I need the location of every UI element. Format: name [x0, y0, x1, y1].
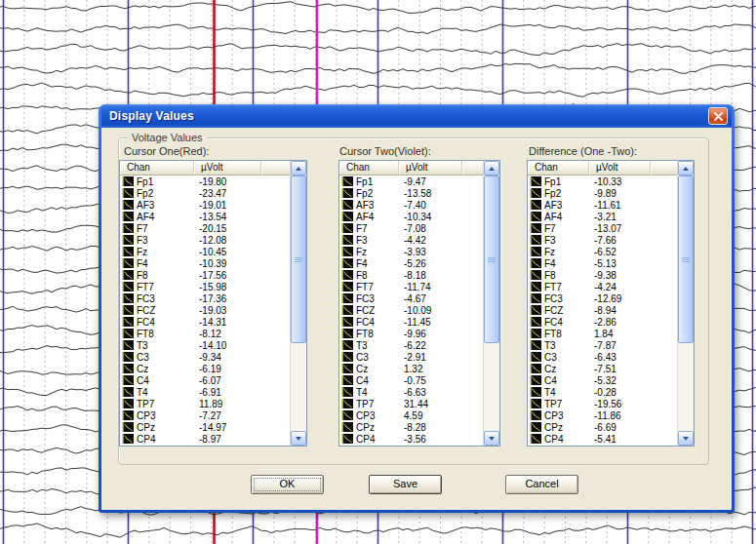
list-item[interactable]: FT7-11.74 — [339, 281, 484, 292]
list-item[interactable]: F4-5.13 — [528, 257, 678, 269]
scrollbar[interactable] — [483, 161, 499, 446]
list-item[interactable]: Fz-6.52 — [528, 246, 678, 257]
list-item[interactable]: F7-20.15 — [120, 222, 291, 234]
chan-column-header[interactable]: Chan — [528, 161, 589, 175]
list-item[interactable]: AF3-19.01 — [120, 199, 291, 211]
uvolt-column-header[interactable]: µVolt — [399, 161, 462, 175]
list-item[interactable]: F4-10.39 — [120, 257, 291, 269]
list-item[interactable]: FC4-2.86 — [528, 316, 678, 328]
list-item[interactable]: F8-17.56 — [120, 269, 291, 281]
scroll-up-button[interactable] — [678, 161, 694, 175]
list-item[interactable]: Fp2-9.89 — [528, 187, 678, 199]
scrollbar[interactable] — [290, 161, 306, 446]
list-item[interactable]: Cz-6.19 — [120, 363, 291, 374]
list-item[interactable]: CP34.59 — [339, 409, 484, 421]
waveform-icon — [530, 235, 541, 245]
scrollbar[interactable] — [677, 161, 694, 446]
save-button[interactable]: Save — [369, 475, 442, 494]
list-item[interactable]: CPz-8.28 — [339, 421, 484, 433]
list-item[interactable]: CP4-8.97 — [120, 433, 291, 445]
list-item[interactable]: TP711.89 — [120, 398, 291, 409]
list-item[interactable]: FT8-8.12 — [120, 328, 291, 339]
list-item[interactable]: T4-0.28 — [528, 386, 678, 398]
uvolt-column-header[interactable]: µVolt — [589, 161, 651, 175]
list-item[interactable]: Fz-3.93 — [339, 246, 484, 257]
list-item[interactable]: F8-9.38 — [528, 269, 678, 281]
list-item[interactable]: FT7-4.24 — [528, 281, 678, 292]
list-item[interactable]: Cz-7.51 — [528, 363, 678, 374]
list-item[interactable]: FCZ-19.03 — [120, 304, 291, 316]
list-item[interactable]: AF4-3.21 — [528, 211, 678, 222]
list-item[interactable]: Fp2-13.58 — [339, 187, 484, 199]
scrollbar-thumb[interactable] — [291, 175, 306, 343]
list-item[interactable]: F3-12.08 — [120, 234, 291, 246]
list-item[interactable]: T3-14.10 — [120, 339, 291, 351]
list-item[interactable]: T3-7.87 — [528, 339, 678, 351]
dialog-titlebar[interactable]: Display Values — [101, 104, 732, 128]
uvolt-column-header[interactable]: µVolt — [194, 161, 261, 175]
scroll-up-button[interactable] — [484, 161, 499, 175]
list-item[interactable]: TP7-19.56 — [528, 398, 678, 409]
list-item[interactable]: F7-13.07 — [528, 222, 678, 234]
list-item[interactable]: C4-6.07 — [120, 374, 291, 386]
list-item[interactable]: F4-5.26 — [339, 257, 484, 269]
list-item[interactable]: FCZ-8.94 — [528, 304, 678, 316]
empty-column-header[interactable] — [462, 161, 484, 175]
list-item[interactable]: T3-6.22 — [339, 339, 484, 351]
list-item[interactable]: C4-5.32 — [528, 374, 678, 386]
chan-column-header[interactable]: Chan — [120, 161, 194, 175]
list-item[interactable]: F3-7.66 — [528, 234, 678, 246]
list-item[interactable]: FCZ-10.09 — [339, 304, 484, 316]
list-item[interactable]: CP4-3.56 — [339, 433, 484, 445]
list-item[interactable]: C3-9.34 — [120, 351, 291, 363]
list-item[interactable]: AF3-7.40 — [339, 199, 484, 211]
scrollbar-thumb[interactable] — [484, 175, 499, 343]
list-item[interactable]: AF3-11.61 — [528, 199, 678, 211]
list-item[interactable]: Cz1.32 — [339, 363, 484, 374]
list-item[interactable]: FC3-4.67 — [339, 292, 484, 304]
ok-button[interactable]: OK — [251, 475, 324, 494]
list-item[interactable]: C3-6.43 — [528, 351, 678, 363]
list-item[interactable]: AF4-10.34 — [339, 211, 484, 222]
list-item[interactable]: FT81.84 — [528, 328, 678, 339]
list-item[interactable]: FC4-11.45 — [339, 316, 484, 328]
list-item[interactable]: Fp1-10.33 — [528, 175, 678, 187]
list-item[interactable]: F3-4.42 — [339, 234, 484, 246]
list-item[interactable]: Fp2-23.47 — [120, 187, 291, 199]
list-item[interactable]: Fp1-9.47 — [339, 175, 484, 187]
list-item[interactable]: FC3-12.69 — [528, 292, 678, 304]
list-item[interactable]: T4-6.91 — [120, 386, 291, 398]
list-item[interactable]: Fp1-19.80 — [120, 175, 291, 187]
scroll-up-button[interactable] — [291, 161, 306, 175]
list-item[interactable]: F8-8.18 — [339, 269, 484, 281]
waveform-icon — [530, 305, 541, 315]
scroll-down-button[interactable] — [678, 431, 694, 446]
list-item[interactable]: CP4-5.41 — [528, 433, 678, 445]
scrollbar-thumb[interactable] — [678, 175, 694, 343]
list-item[interactable]: T4-6.63 — [339, 386, 484, 398]
list-item[interactable]: CP3-7.27 — [120, 409, 291, 421]
scroll-down-button[interactable] — [291, 431, 306, 446]
list-item[interactable]: C3-2.91 — [339, 351, 484, 363]
list-item[interactable]: FT8-9.96 — [339, 328, 484, 339]
close-button[interactable] — [708, 107, 728, 125]
list-item[interactable]: CP3-11.86 — [528, 409, 678, 421]
list-item[interactable]: Fz-10.45 — [120, 246, 291, 257]
list-item[interactable]: FC3-17.36 — [120, 292, 291, 304]
list-item[interactable]: FT7-15.98 — [120, 281, 291, 292]
empty-column-header[interactable] — [651, 161, 678, 175]
list-item[interactable]: CPz-6.69 — [528, 421, 678, 433]
chan-column-header[interactable]: Chan — [339, 161, 399, 175]
list-item[interactable]: CPz-14.97 — [120, 421, 291, 433]
scroll-down-button[interactable] — [484, 431, 499, 446]
list-item[interactable]: C4-0.75 — [339, 374, 484, 386]
list-item[interactable]: FC4-14.31 — [120, 316, 291, 328]
list-item[interactable]: TP731.44 — [339, 398, 484, 409]
list-item[interactable]: F7-7.08 — [339, 222, 484, 234]
channel-name: AF3 — [137, 200, 154, 211]
voltage-value: 11.89 — [199, 399, 222, 409]
empty-column-header[interactable] — [261, 161, 291, 175]
waveform-icon — [122, 200, 134, 210]
cancel-button[interactable]: Cancel — [505, 475, 578, 494]
list-item[interactable]: AF4-13.54 — [120, 211, 291, 222]
